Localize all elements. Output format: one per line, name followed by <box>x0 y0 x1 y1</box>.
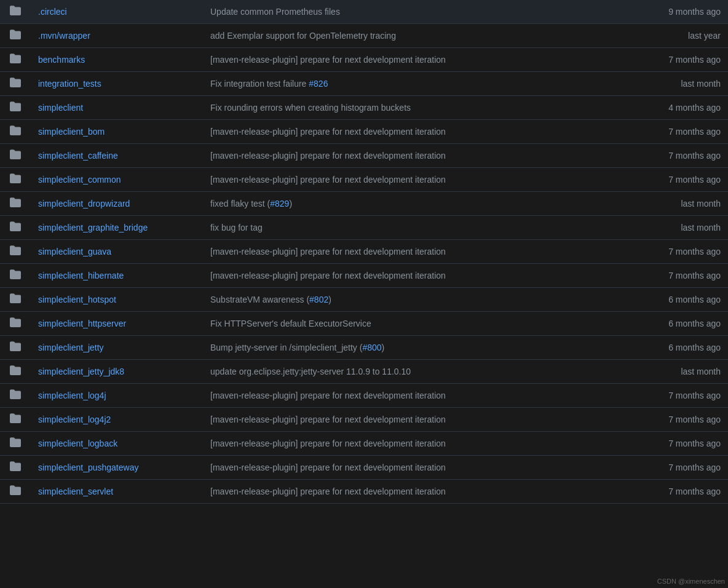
file-name[interactable]: integration_tests <box>31 72 203 96</box>
table-row: simpleclient_common [maven-release-plugi… <box>0 168 728 192</box>
folder-icon-cell <box>0 0 31 24</box>
folder-icon <box>10 461 21 474</box>
commit-time: 7 months ago <box>648 144 728 168</box>
commit-time: 7 months ago <box>648 48 728 72</box>
folder-icon-cell <box>0 288 31 312</box>
commit-time: last month <box>648 192 728 216</box>
folder-icon <box>10 29 21 42</box>
folder-icon-cell <box>0 384 31 408</box>
folder-icon-cell <box>0 72 31 96</box>
file-name[interactable]: simpleclient_guava <box>31 240 203 264</box>
table-row: simpleclient_graphite_bridge fix bug for… <box>0 216 728 240</box>
table-row: integration_tests Fix integration test f… <box>0 72 728 96</box>
commit-message: [maven-release-plugin] prepare for next … <box>203 408 648 432</box>
folder-icon-cell <box>0 168 31 192</box>
folder-icon <box>10 245 21 258</box>
folder-icon-cell <box>0 240 31 264</box>
table-row: simpleclient_hibernate [maven-release-pl… <box>0 264 728 288</box>
folder-icon <box>10 173 21 186</box>
folder-icon <box>10 197 21 210</box>
commit-message: Fix HTTPServer's default ExecutorService <box>203 312 648 336</box>
folder-icon-cell <box>0 192 31 216</box>
folder-icon <box>10 341 21 354</box>
commit-time: 7 months ago <box>648 456 728 480</box>
commit-time: last month <box>648 216 728 240</box>
commit-time: 7 months ago <box>648 408 728 432</box>
table-row: simpleclient_bom [maven-release-plugin] … <box>0 120 728 144</box>
folder-icon-cell <box>0 336 31 360</box>
folder-icon <box>10 149 21 162</box>
commit-message: update org.eclipse.jetty:jetty-server 11… <box>203 360 648 384</box>
table-row: simpleclient_caffeine [maven-release-plu… <box>0 144 728 168</box>
commit-message: [maven-release-plugin] prepare for next … <box>203 384 648 408</box>
folder-icon-cell <box>0 408 31 432</box>
issue-link[interactable]: #800 <box>362 343 381 352</box>
file-name[interactable]: simpleclient_logback <box>31 432 203 456</box>
issue-link[interactable]: #826 <box>309 79 328 89</box>
folder-icon <box>10 317 21 330</box>
file-name[interactable]: simpleclient_graphite_bridge <box>31 216 203 240</box>
folder-icon-cell <box>0 312 31 336</box>
folder-icon <box>10 413 21 426</box>
commit-message: Fix rounding errors when creating histog… <box>203 96 648 120</box>
commit-time: 7 months ago <box>648 432 728 456</box>
folder-icon-cell <box>0 144 31 168</box>
file-name[interactable]: simpleclient_httpserver <box>31 312 203 336</box>
file-name[interactable]: simpleclient_log4j2 <box>31 408 203 432</box>
folder-icon-cell <box>0 456 31 480</box>
folder-icon <box>10 77 21 90</box>
file-name[interactable]: simpleclient <box>31 96 203 120</box>
file-name[interactable]: simpleclient_pushgateway <box>31 456 203 480</box>
folder-icon <box>10 437 21 450</box>
folder-icon <box>10 101 21 114</box>
file-name[interactable]: simpleclient_jetty_jdk8 <box>31 360 203 384</box>
issue-link[interactable]: #829 <box>270 199 289 209</box>
file-name[interactable]: simpleclient_hibernate <box>31 264 203 288</box>
table-row: simpleclient_log4j2 [maven-release-plugi… <box>0 408 728 432</box>
folder-icon <box>10 389 21 402</box>
file-name[interactable]: .circleci <box>31 0 203 24</box>
file-name[interactable]: simpleclient_bom <box>31 120 203 144</box>
commit-message: fixed flaky test (#829) <box>203 192 648 216</box>
commit-message: Fix integration test failure #826 <box>203 72 648 96</box>
file-name[interactable]: simpleclient_dropwizard <box>31 192 203 216</box>
table-row: simpleclient Fix rounding errors when cr… <box>0 96 728 120</box>
commit-time: last month <box>648 360 728 384</box>
table-row: simpleclient_log4j [maven-release-plugin… <box>0 384 728 408</box>
folder-icon <box>10 5 21 18</box>
file-name[interactable]: simpleclient_hotspot <box>31 288 203 312</box>
file-name[interactable]: simpleclient_jetty <box>31 336 203 360</box>
table-row: simpleclient_jetty_jdk8 update org.eclip… <box>0 360 728 384</box>
file-table: .circleci Update common Prometheus files… <box>0 0 728 504</box>
file-name[interactable]: simpleclient_log4j <box>31 384 203 408</box>
commit-time: 7 months ago <box>648 264 728 288</box>
commit-message: SubstrateVM awareness (#802) <box>203 288 648 312</box>
file-name[interactable]: benchmarks <box>31 48 203 72</box>
table-row: simpleclient_jetty Bump jetty-server in … <box>0 336 728 360</box>
table-row: simpleclient_httpserver Fix HTTPServer's… <box>0 312 728 336</box>
commit-message: [maven-release-plugin] prepare for next … <box>203 144 648 168</box>
table-row: simpleclient_dropwizard fixed flaky test… <box>0 192 728 216</box>
commit-time: 7 months ago <box>648 480 728 504</box>
file-name[interactable]: simpleclient_servlet <box>31 480 203 504</box>
table-row: .mvn/wrapper add Exemplar support for Op… <box>0 24 728 48</box>
folder-icon-cell <box>0 360 31 384</box>
file-name[interactable]: simpleclient_common <box>31 168 203 192</box>
folder-icon <box>10 485 21 498</box>
commit-time: 6 months ago <box>648 288 728 312</box>
file-name[interactable]: simpleclient_caffeine <box>31 144 203 168</box>
commit-time: 6 months ago <box>648 312 728 336</box>
file-name[interactable]: .mvn/wrapper <box>31 24 203 48</box>
commit-message: Update common Prometheus files <box>203 0 648 24</box>
commit-time: 7 months ago <box>648 168 728 192</box>
commit-time: 7 months ago <box>648 384 728 408</box>
issue-link[interactable]: #802 <box>309 295 328 304</box>
commit-message: [maven-release-plugin] prepare for next … <box>203 480 648 504</box>
commit-time: last month <box>648 72 728 96</box>
table-row: simpleclient_servlet [maven-release-plug… <box>0 480 728 504</box>
table-row: simpleclient_logback [maven-release-plug… <box>0 432 728 456</box>
folder-icon <box>10 125 21 138</box>
folder-icon-cell <box>0 264 31 288</box>
table-row: .circleci Update common Prometheus files… <box>0 0 728 24</box>
folder-icon-cell <box>0 96 31 120</box>
